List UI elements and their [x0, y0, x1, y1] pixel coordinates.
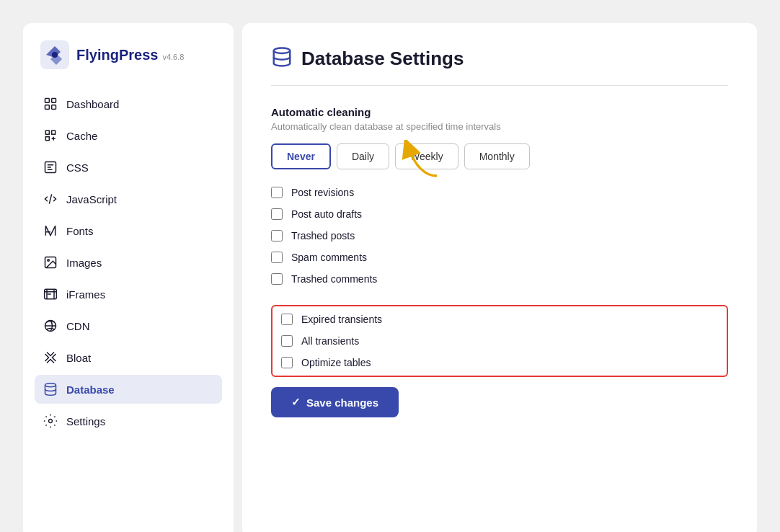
- sidebar-item-cache[interactable]: Cache: [35, 121, 222, 150]
- checkbox-optimize-tables[interactable]: Optimize tables: [281, 357, 718, 368]
- app-name: FlyingPress: [76, 47, 158, 63]
- checkbox-trashed-comments-input[interactable]: [271, 273, 283, 285]
- checkbox-post-revisions[interactable]: Post revisions: [271, 187, 728, 198]
- sidebar-label-fonts: Fonts: [66, 225, 94, 237]
- page-header: Database Settings: [271, 46, 728, 86]
- sidebar-label-dashboard: Dashboard: [66, 98, 119, 110]
- svg-rect-5: [52, 105, 56, 110]
- checkbox-spam-comments-label: Spam comments: [291, 252, 367, 263]
- sidebar-label-javascript: JavaScript: [66, 193, 117, 205]
- checkbox-list-regular: Post revisions Post auto drafts Trashed …: [271, 187, 728, 285]
- checkbox-all-transients-label: All transients: [301, 335, 359, 347]
- iframes-icon: [43, 287, 58, 301]
- fonts-icon: [43, 223, 58, 238]
- checkbox-expired-transients-input[interactable]: [281, 314, 293, 325]
- save-button-label: Save changes: [306, 396, 378, 409]
- save-changes-button[interactable]: ✓ Save changes: [271, 387, 399, 417]
- sidebar-item-dashboard[interactable]: Dashboard: [35, 89, 222, 118]
- app-version: v4.6.8: [162, 53, 184, 61]
- sidebar-item-css[interactable]: CSS: [35, 153, 222, 182]
- checkbox-spam-comments[interactable]: Spam comments: [271, 252, 728, 263]
- sidebar-item-javascript[interactable]: JavaScript: [35, 185, 222, 213]
- sidebar-label-iframes: iFrames: [66, 288, 105, 301]
- highlighted-checkbox-group: Expired transients All transients Optimi…: [271, 305, 728, 377]
- checkmark-icon: ✓: [291, 396, 301, 409]
- sidebar-item-fonts[interactable]: Fonts: [35, 216, 222, 245]
- sidebar-label-cache: Cache: [66, 130, 97, 142]
- logo-area: FlyingPress v4.6.8: [35, 40, 222, 69]
- database-icon: [43, 382, 58, 396]
- checkbox-trashed-posts[interactable]: Trashed posts: [271, 230, 728, 241]
- images-icon: [43, 255, 58, 270]
- checkbox-trashed-posts-label: Trashed posts: [291, 230, 355, 241]
- sidebar-item-images[interactable]: Images: [35, 248, 222, 277]
- checkbox-all-transients[interactable]: All transients: [281, 335, 718, 347]
- sidebar: FlyingPress v4.6.8 Dashboard Cache CSS: [23, 23, 234, 532]
- interval-buttons: Never Daily Weekly Monthly: [271, 143, 728, 169]
- app-container: FlyingPress v4.6.8 Dashboard Cache CSS: [14, 14, 766, 532]
- checkbox-all-transients-input[interactable]: [281, 335, 293, 347]
- checkbox-trashed-comments-label: Trashed comments: [291, 273, 377, 285]
- interval-buttons-wrapper: Never Daily Weekly Monthly: [271, 143, 728, 169]
- svg-point-13: [274, 48, 291, 54]
- svg-rect-3: [52, 99, 56, 103]
- settings-icon: [43, 414, 58, 428]
- checkbox-post-revisions-input[interactable]: [271, 187, 283, 198]
- sidebar-item-iframes[interactable]: iFrames: [35, 280, 222, 309]
- svg-point-8: [48, 260, 50, 262]
- interval-weekly-button[interactable]: Weekly: [395, 143, 458, 169]
- javascript-icon: [43, 192, 58, 206]
- sidebar-item-cdn[interactable]: CDN: [35, 311, 222, 340]
- sidebar-label-cdn: CDN: [66, 320, 90, 332]
- css-icon: [43, 160, 58, 174]
- sidebar-label-css: CSS: [66, 161, 89, 174]
- svg-rect-2: [45, 99, 50, 103]
- checkbox-expired-transients-label: Expired transients: [301, 314, 382, 325]
- sidebar-label-database: Database: [66, 384, 115, 396]
- database-header-icon: [271, 46, 293, 71]
- checkbox-post-auto-drafts[interactable]: Post auto drafts: [271, 208, 728, 220]
- dashboard-icon: [43, 97, 58, 111]
- svg-point-12: [49, 420, 53, 423]
- checkbox-post-revisions-label: Post revisions: [291, 187, 354, 198]
- checkbox-optimize-tables-label: Optimize tables: [301, 357, 371, 368]
- interval-monthly-button[interactable]: Monthly: [464, 143, 530, 169]
- sidebar-item-settings[interactable]: Settings: [35, 407, 222, 435]
- checkbox-expired-transients[interactable]: Expired transients: [281, 314, 718, 325]
- svg-point-1: [52, 52, 58, 58]
- sidebar-label-settings: Settings: [66, 415, 105, 427]
- main-content: Database Settings Automatic cleaning Aut…: [242, 23, 757, 532]
- automatic-cleaning-section: Automatic cleaning Automatically clean d…: [271, 106, 728, 417]
- logo-text: FlyingPress v4.6.8: [76, 47, 184, 63]
- section-subtitle: Automatically clean database at specifie…: [271, 121, 728, 132]
- checkbox-trashed-comments[interactable]: Trashed comments: [271, 273, 728, 285]
- section-title: Automatic cleaning: [271, 106, 728, 118]
- checkbox-trashed-posts-input[interactable]: [271, 230, 283, 241]
- checkbox-optimize-tables-input[interactable]: [281, 357, 293, 368]
- cdn-icon: [43, 319, 58, 333]
- checkbox-post-auto-drafts-label: Post auto drafts: [291, 208, 362, 220]
- checkbox-spam-comments-input[interactable]: [271, 252, 283, 263]
- sidebar-label-images: Images: [66, 257, 102, 269]
- logo-icon: [40, 40, 69, 69]
- interval-never-button[interactable]: Never: [271, 143, 331, 169]
- page-title: Database Settings: [301, 48, 464, 70]
- checkbox-post-auto-drafts-input[interactable]: [271, 208, 283, 220]
- cache-icon: [43, 128, 58, 143]
- sidebar-item-bloat[interactable]: Bloat: [35, 343, 222, 372]
- svg-rect-4: [45, 105, 50, 110]
- interval-daily-button[interactable]: Daily: [337, 143, 389, 169]
- sidebar-item-database[interactable]: Database: [35, 375, 222, 404]
- sidebar-label-bloat: Bloat: [66, 352, 91, 364]
- bloat-icon: [43, 350, 58, 365]
- svg-point-11: [45, 384, 56, 387]
